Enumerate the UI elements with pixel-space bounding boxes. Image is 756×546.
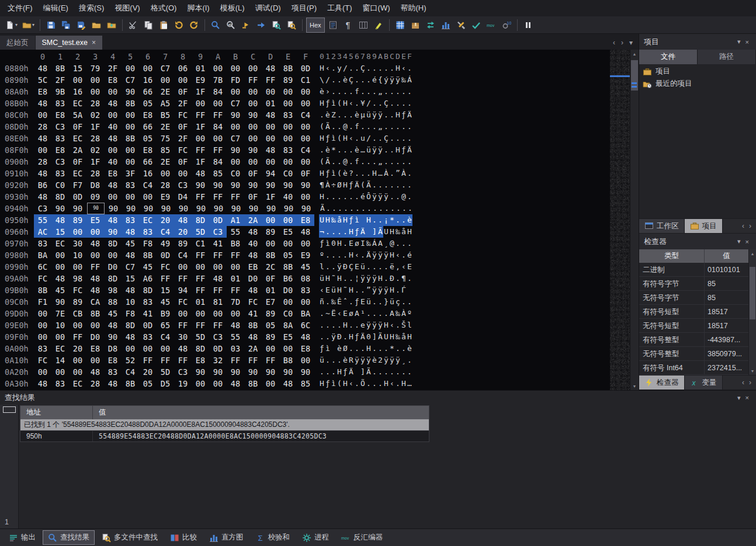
hex-byte[interactable]: 90 [157,203,175,214]
hex-byte[interactable]: 79 [86,62,104,74]
ascii-char[interactable]: å [401,226,407,238]
panel-tabs-scroll-left-button[interactable]: ‹ [742,378,744,387]
ascii-char[interactable]: . [366,308,372,319]
hex-byte[interactable]: 00 [192,133,209,144]
inspector-row[interactable]: 有符号短型18517 [639,305,748,319]
checksum-panel-button[interactable]: Σ校验和 [251,530,296,545]
ascii-char[interactable]: . [372,156,377,168]
hex-byte[interactable]: 2E [157,156,174,168]
ascii-char[interactable]: . [395,156,401,168]
hex-byte[interactable]: 00 [227,261,244,273]
hex-byte[interactable]: 00 [86,226,104,238]
ascii-char[interactable]: . [342,331,348,343]
ascii-char[interactable]: . [395,319,401,331]
ascii-char[interactable]: . [342,238,348,249]
ascii-char[interactable]: . [331,261,337,273]
save-all-button[interactable] [59,18,73,33]
hex-byte[interactable]: 90 [244,144,262,156]
hex-byte[interactable]: 85 [209,168,227,179]
ascii-char[interactable]: H [342,319,348,331]
hex-byte[interactable]: 00 [51,331,69,343]
undo-button[interactable] [172,18,186,33]
ascii-char[interactable]: . [372,308,377,319]
redo-button[interactable] [187,18,201,33]
ascii-char[interactable]: ¬ [319,226,325,238]
ascii-char[interactable]: è [325,109,331,121]
ascii-char[interactable]: ‹ [348,133,354,144]
hex-byte[interactable]: 48 [51,214,69,226]
ascii-char[interactable]: . [366,203,372,214]
ascii-char[interactable]: . [331,354,337,366]
hex-byte[interactable]: 14 [51,354,69,366]
hex-byte[interactable]: BA [34,249,51,261]
ascii-char[interactable]: H [337,238,342,249]
hex-byte[interactable]: 16 [139,168,157,179]
hex-byte[interactable]: 00 [209,133,227,144]
hex-byte[interactable]: 48 [86,366,104,378]
hex-byte[interactable]: E9 [297,249,314,261]
ascii-char[interactable]: . [366,156,372,168]
panel-tabs-scroll-right-button[interactable]: › [749,378,751,387]
find-results-collapse-button[interactable]: ▾ [735,394,743,402]
hex-byte[interactable]: 55 [34,214,51,226]
ascii-char[interactable]: . [389,109,395,121]
hex-byte[interactable]: 00 [104,191,122,203]
inspector-row[interactable]: 有符号字节85 [639,277,748,291]
hex-byte[interactable]: 00 [69,226,86,238]
ascii-char[interactable]: . [396,203,401,214]
ascii-char[interactable]: ‹ [401,62,407,74]
ascii-char[interactable] [360,214,366,226]
hex-byte[interactable]: 2F [104,62,122,74]
hex-byte[interactable]: 00 [279,133,297,144]
hex-byte[interactable]: 1F [192,156,209,168]
ascii-char[interactable]: Á [407,74,412,86]
ascii-char[interactable]: E [354,261,360,273]
ascii-char[interactable]: U [383,226,389,238]
ascii-char[interactable]: ? [348,168,354,179]
hex-byte[interactable]: 48 [104,98,122,109]
ascii-char[interactable]: . [401,249,407,261]
hex-byte[interactable]: 00 [192,378,209,389]
hex-byte[interactable]: 45 [139,261,157,273]
hex-byte[interactable]: 00 [34,144,51,156]
ascii-char[interactable]: . [407,156,412,168]
ascii-char[interactable]: ( [319,156,325,168]
ascii-char[interactable]: ÿ [377,191,383,203]
hex-byte[interactable]: E8 [51,144,69,156]
ascii-char[interactable]: @ [401,191,407,203]
hex-byte[interactable]: 2A [244,343,262,354]
edit-as-text-button[interactable] [326,18,340,33]
ascii-char[interactable]: . [360,86,366,98]
ascii-char[interactable] [366,226,372,238]
save-button[interactable] [44,18,58,33]
ascii-char[interactable]: . [377,98,383,109]
ascii-char[interactable]: Ã [377,331,383,343]
ascii-char[interactable]: E [407,261,412,273]
ascii-char[interactable]: . [372,203,378,214]
hex-byte[interactable]: 90 [87,203,105,214]
ascii-char[interactable]: H [342,378,348,389]
ascii-char[interactable]: . [401,238,407,249]
hex-byte[interactable]: 90 [297,179,314,191]
ascii-char[interactable]: ü [331,284,337,296]
ascii-char[interactable]: . [395,191,401,203]
menubar-item[interactable]: 视图(V) [109,0,145,16]
ascii-char[interactable]: ~ [325,308,331,319]
ascii-char[interactable]: 0 [331,238,337,249]
ascii-char[interactable]: . [342,109,348,121]
ascii-char[interactable]: Ä [360,331,366,343]
hex-byte[interactable]: 00 [279,156,297,168]
ascii-char[interactable]: . [319,331,325,343]
ascii-char[interactable]: À [401,308,407,319]
ascii-char[interactable]: Ã [320,203,325,214]
hex-byte[interactable]: 8B [51,62,69,74]
ascii-char[interactable]: . [401,214,407,226]
base-converter-button[interactable]: 10 [500,18,514,33]
hex-byte[interactable]: 83 [34,343,51,354]
hex-byte[interactable]: 8D [51,191,69,203]
hex-byte[interactable]: 90 [175,203,192,214]
hex-byte[interactable]: 65 [157,319,174,331]
hex-byte[interactable]: 90 [227,179,244,191]
hex-byte[interactable]: C3 [174,366,192,378]
hex-byte[interactable]: 00 [227,156,244,168]
